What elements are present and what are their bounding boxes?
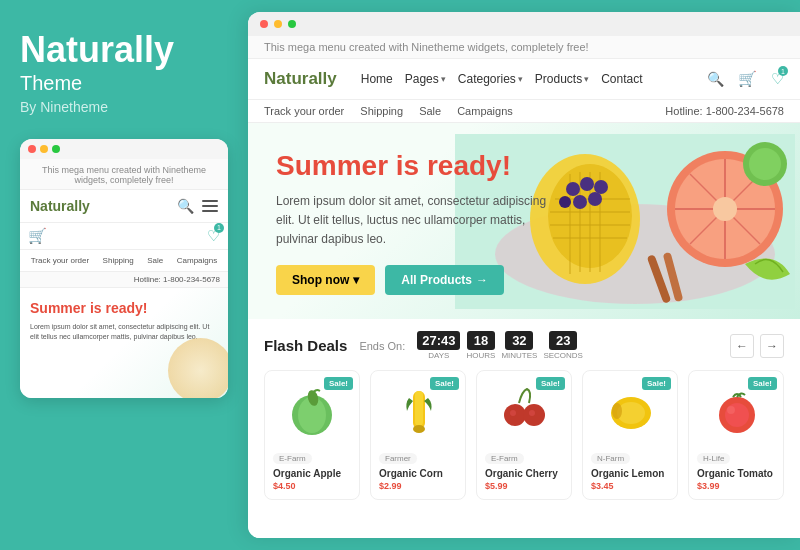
desktop-nav: Naturally Home Pages ▾ Categories ▾ Prod… xyxy=(248,59,800,100)
nav-categories[interactable]: Categories ▾ xyxy=(458,72,523,86)
svg-point-38 xyxy=(529,410,535,416)
nav-contact[interactable]: Contact xyxy=(601,72,642,86)
mobile-cart-icon[interactable]: 🛒 xyxy=(28,227,47,245)
flash-deals-section: Flash Deals Ends On: 27:43 DAYS 18 HOURS… xyxy=(248,319,800,538)
countdown-seconds: 23 SECONDS xyxy=(543,331,583,360)
countdown-days: 27:43 DAYS xyxy=(417,331,460,360)
svg-point-45 xyxy=(727,406,735,414)
browser-dot-red xyxy=(260,20,268,28)
mobile-hero-title: Summer is ready! xyxy=(30,300,218,317)
sale-badge: Sale! xyxy=(430,377,459,390)
hero-banner: Summer is ready! Lorem ipsum dolor sit a… xyxy=(248,123,800,319)
days-label: DAYS xyxy=(428,351,449,360)
mobile-campaigns[interactable]: Campaigns xyxy=(177,256,217,265)
notice-bar: This mega menu created with Ninetheme wi… xyxy=(248,36,800,59)
sale-badge: Sale! xyxy=(748,377,777,390)
product-store: Farmer xyxy=(379,453,417,464)
product-card[interactable]: Sale! E-Farm Organic Apple $4.50 xyxy=(264,370,360,500)
next-arrow-button[interactable]: → xyxy=(760,334,784,358)
mobile-nav: Naturally 🔍 xyxy=(20,190,228,223)
product-card[interactable]: Sale! H-Life Organic Tomato $3.99 xyxy=(688,370,784,500)
products-arrow-icon: → xyxy=(476,273,488,287)
flash-deals-header: Flash Deals Ends On: 27:43 DAYS 18 HOURS… xyxy=(264,331,784,360)
flash-deals-title: Flash Deals xyxy=(264,337,347,354)
prev-arrow-button[interactable]: ← xyxy=(730,334,754,358)
mobile-nav-icons: 🔍 xyxy=(177,198,218,214)
nav-pages[interactable]: Pages ▾ xyxy=(405,72,446,86)
hero-content: Summer is ready! Lorem ipsum dolor sit a… xyxy=(276,151,556,295)
nav-links: Home Pages ▾ Categories ▾ Products ▾ Con… xyxy=(361,72,691,86)
browser-dot-yellow xyxy=(274,20,282,28)
countdown-timer: 27:43 DAYS 18 HOURS 32 MINUTES 23 SECOND… xyxy=(417,331,583,360)
ends-on-label: Ends On: xyxy=(359,340,405,352)
seconds-value: 23 xyxy=(549,331,577,350)
browser-dot-green xyxy=(288,20,296,28)
secondary-links: Track your order Shipping Sale Campaigns xyxy=(264,105,513,117)
svg-point-12 xyxy=(566,182,580,196)
mobile-hotline: Hotline: 1-800-234-5678 xyxy=(20,272,228,288)
campaigns-link[interactable]: Campaigns xyxy=(457,105,513,117)
countdown-hours: 18 HOURS xyxy=(466,331,495,360)
hero-buttons: Shop now ▾ All Products → xyxy=(276,265,556,295)
svg-point-16 xyxy=(588,192,602,206)
mobile-sale[interactable]: Sale xyxy=(147,256,163,265)
mobile-mockup: This mega menu created with Ninetheme wi… xyxy=(20,139,228,398)
sale-badge: Sale! xyxy=(536,377,565,390)
hotline: Hotline: 1-800-234-5678 xyxy=(665,105,784,117)
minutes-label: MINUTES xyxy=(501,351,537,360)
shop-chevron-icon: ▾ xyxy=(353,273,359,287)
svg-point-26 xyxy=(749,148,781,180)
svg-point-44 xyxy=(725,403,749,427)
shop-now-button[interactable]: Shop now ▾ xyxy=(276,265,375,295)
mobile-track[interactable]: Track your order xyxy=(31,256,89,265)
sale-badge: Sale! xyxy=(642,377,671,390)
mobile-menu-icon[interactable] xyxy=(202,200,218,212)
cart-icon[interactable]: 🛒 xyxy=(738,70,757,88)
svg-point-24 xyxy=(713,197,737,221)
product-price: $3.45 xyxy=(591,481,669,491)
dot-yellow xyxy=(40,145,48,153)
nav-home[interactable]: Home xyxy=(361,72,393,86)
product-store: N-Farm xyxy=(591,453,630,464)
mobile-browser-bar xyxy=(20,139,228,159)
browser-chrome xyxy=(248,12,800,36)
product-name: Organic Corn xyxy=(379,468,457,479)
shipping-link[interactable]: Shipping xyxy=(360,105,403,117)
product-card[interactable]: Sale! N-Farm Organic Lemon $3.45 xyxy=(582,370,678,500)
product-price: $4.50 xyxy=(273,481,351,491)
product-card[interactable]: Sale! E-Farm Organic Cherry $5.99 xyxy=(476,370,572,500)
product-store: E-Farm xyxy=(485,453,524,464)
svg-point-34 xyxy=(413,425,425,433)
mobile-shipping[interactable]: Shipping xyxy=(103,256,134,265)
countdown-minutes: 32 MINUTES xyxy=(501,331,537,360)
categories-chevron-icon: ▾ xyxy=(518,74,523,84)
product-store: H-Life xyxy=(697,453,730,464)
sale-link[interactable]: Sale xyxy=(419,105,441,117)
nav-products[interactable]: Products ▾ xyxy=(535,72,589,86)
product-price: $5.99 xyxy=(485,481,563,491)
search-icon[interactable]: 🔍 xyxy=(707,71,724,87)
product-price: $3.99 xyxy=(697,481,775,491)
mobile-wishlist-icon[interactable]: ♡ 1 xyxy=(207,227,220,245)
hours-value: 18 xyxy=(467,331,495,350)
svg-point-41 xyxy=(612,403,622,419)
svg-point-13 xyxy=(580,177,594,191)
mobile-search-icon[interactable]: 🔍 xyxy=(177,198,194,214)
hotline-number: 1-800-234-5678 xyxy=(706,105,784,117)
svg-point-37 xyxy=(510,410,516,416)
track-order-link[interactable]: Track your order xyxy=(264,105,344,117)
product-card[interactable]: Sale! Farmer Organic Corn $2.99 xyxy=(370,370,466,500)
product-name: Organic Lemon xyxy=(591,468,669,479)
product-name: Organic Cherry xyxy=(485,468,563,479)
all-products-button[interactable]: All Products → xyxy=(385,265,504,295)
theme-subtitle: Theme xyxy=(20,72,228,95)
wishlist-icon[interactable]: ♡ 1 xyxy=(771,70,784,88)
svg-point-15 xyxy=(573,195,587,209)
desktop-logo[interactable]: Naturally xyxy=(264,69,337,89)
dot-green xyxy=(52,145,60,153)
svg-point-14 xyxy=(594,180,608,194)
seconds-label: SECONDS xyxy=(543,351,583,360)
theme-by: By Ninetheme xyxy=(20,99,228,115)
browser-panel: This mega menu created with Ninetheme wi… xyxy=(248,12,800,538)
carousel-nav-arrows: ← → xyxy=(730,334,784,358)
